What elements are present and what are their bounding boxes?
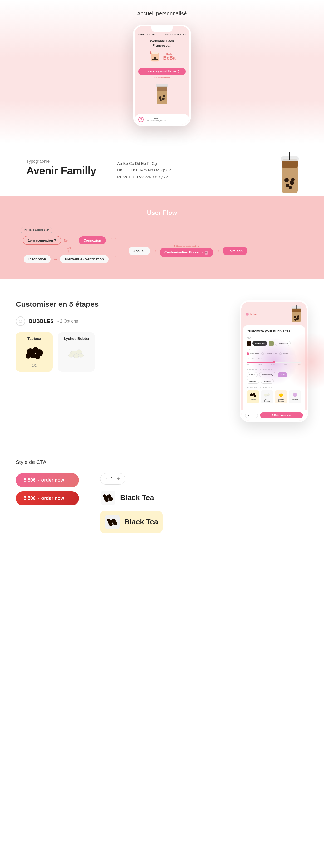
- svg-point-37: [246, 313, 249, 316]
- phone2-cow-milk[interactable]: Cow Milk: [247, 352, 259, 355]
- location-icon: ⏱: [138, 117, 144, 122]
- phone2-sugar-section: SUGAR LEVEL 0% 25% 50% 75% 100%: [247, 358, 301, 366]
- phone-status-bar: 10:00 AM - 11 PM FASTER DELIVERY !: [135, 32, 189, 36]
- cta-qty-row: - 1 +: [100, 473, 163, 485]
- svg-point-22: [291, 178, 295, 182]
- tea-label-1: Black Tea: [120, 494, 154, 502]
- free-delivery-text: Free delivery today !: [138, 76, 186, 79]
- flow-arrow-4: →: [216, 248, 220, 253]
- svg-point-60: [105, 498, 109, 502]
- svg-point-48: [249, 343, 250, 344]
- svg-point-44: [294, 319, 297, 321]
- lychee-mini: [263, 392, 271, 398]
- cta-btn2-price: 5.50€: [24, 496, 36, 501]
- customize-button[interactable]: Customize your Bubble Tea :-): [138, 68, 186, 75]
- flow-left-col: 1ère connexion ? Non → Connexion ⌒ Oui ↓…: [21, 236, 118, 263]
- svg-point-11: [159, 96, 161, 99]
- cta-btn2-separator: -: [38, 496, 39, 501]
- phone2-flavour-mango[interactable]: Mango: [247, 379, 259, 384]
- phone2-milk-label: MILK: [247, 348, 301, 351]
- phone2-logo-text: boba: [250, 313, 257, 316]
- tea-label-2: Black Tea: [124, 518, 158, 526]
- svg-point-14: [163, 95, 165, 97]
- floating-drink: [277, 151, 303, 198]
- step-label: BUBBLES: [29, 319, 54, 324]
- phone2-header: boba: [241, 302, 307, 326]
- phone-delivery-status: FASTER DELIVERY !: [165, 33, 186, 36]
- inscription-row: Inscription → Bienvenue / Vérification ⌒: [24, 255, 118, 263]
- phone2-black-tea[interactable]: Black Tea: [252, 341, 267, 345]
- phone2-bottom-bar: - 1 + 5.50€ - order now: [241, 410, 307, 421]
- svg-point-35: [69, 354, 74, 358]
- phone2-bubble-mango[interactable]: Mango Bobba: [275, 390, 287, 403]
- tapioca-illustration: [23, 343, 46, 361]
- bubble-cards: Tapioca 1/2 Lychee Bobba: [16, 332, 224, 372]
- section-userflow: User Flow INSTALLATION APP 1ère connexio…: [0, 196, 324, 279]
- svg-point-13: [159, 99, 162, 101]
- tea-item-1: Black Tea: [100, 490, 163, 506]
- svg-point-12: [162, 98, 165, 100]
- phone2-slider-fill: [247, 362, 274, 363]
- phone2-bubble-lychee[interactable]: Lychee Bobba: [260, 390, 273, 403]
- svg-point-5: [156, 58, 158, 60]
- flow-top-row: INSTALLATION APP: [21, 227, 308, 233]
- boba-logo-area: little BoBa: [138, 50, 186, 63]
- svg-point-3: [153, 57, 156, 60]
- phone2-milk-options: Cow Milk Almond Milk None: [247, 352, 301, 355]
- phone2-slider[interactable]: [247, 362, 301, 363]
- bubble-card-tapioca: Tapioca 1/2: [16, 332, 53, 372]
- boba-drink-float: [277, 151, 303, 200]
- svg-point-42: [294, 316, 296, 318]
- phone2-flavour-none[interactable]: None: [247, 372, 258, 377]
- phone2-order-button[interactable]: 5.50€ - order now: [260, 412, 303, 418]
- phone2-almond-milk[interactable]: Almond Milk: [261, 352, 277, 355]
- typo-family: Avenir Familly: [26, 165, 96, 177]
- phone2-slider-thumb: [273, 361, 275, 364]
- customisation-steps-label: 5 étapes de customisation: [159, 245, 213, 247]
- phone2-bubble-bobba[interactable]: Bobba: [289, 390, 301, 403]
- section-typographie: Typographie Avenir Familly Aa Bb Cc Dd E…: [0, 143, 324, 196]
- svg-point-55: [293, 393, 297, 397]
- phone2-sugar-label: SUGAR LEVEL: [247, 358, 301, 360]
- flow-curve-2: ⌒: [113, 255, 118, 263]
- flow-install-box: INSTALLATION APP: [21, 227, 52, 233]
- typo-alphabet: Aa Bb Cc Dd Ee Ff Gg Hh Ii Jj Kk Ll Mm N…: [117, 160, 172, 180]
- phone2-flavour-options: None Strawberry Taro Mango Matcha: [247, 372, 301, 384]
- phone2-bubble-tapioca[interactable]: Tapioca: [247, 390, 259, 403]
- userflow-title: User Flow: [16, 209, 308, 217]
- mango-mini: [277, 392, 285, 398]
- cta-qty-minus[interactable]: -: [106, 476, 107, 482]
- phone-notch: [151, 26, 173, 32]
- cta-qty-plus[interactable]: +: [117, 476, 120, 482]
- inscription-box: Inscription: [24, 255, 50, 263]
- phone2-milk-section: MILK Cow Milk Almond Milk None: [247, 348, 301, 355]
- main-flow-right: Accueil → 5 étapes de customisation Cust…: [129, 239, 308, 263]
- step-circle: [16, 316, 25, 326]
- svg-point-53: [267, 394, 270, 396]
- phone2-flavour-section: FLAVOUR - 2 Options None Strawberry Taro…: [247, 368, 301, 384]
- phone2-flavour-strawberry[interactable]: Strawberry: [259, 372, 276, 377]
- boba-cup-icon: [148, 50, 161, 63]
- svg-point-43: [296, 317, 299, 320]
- phone2-none-milk[interactable]: None: [279, 352, 288, 355]
- phone2-qty-plus[interactable]: +: [253, 414, 255, 417]
- section-customiser: Customiser en 5 étapes BUBBLES - 2 Optio…: [0, 279, 324, 443]
- accueil-box: Accueil: [129, 247, 150, 255]
- cta-button-1[interactable]: 5.50€ - order now: [16, 473, 79, 487]
- cta-btn1-separator: -: [38, 478, 39, 483]
- livraison-box: Livraison: [223, 247, 247, 255]
- cta-button-2[interactable]: 5.50€ - order now: [16, 491, 79, 505]
- connexion-box: Connexion: [79, 236, 106, 245]
- svg-point-46: [247, 342, 251, 345]
- phone2-flavour-matcha[interactable]: Matcha: [261, 379, 274, 384]
- tea-img-1: [100, 490, 116, 506]
- connexion-check-row: 1ère connexion ? Non → Connexion ⌒: [23, 236, 116, 245]
- section-cta: Style de CTA 5.50€ - order now 5.50€ - o…: [0, 443, 324, 554]
- svg-point-23: [289, 186, 292, 189]
- phone2-green-tea[interactable]: Green Tea: [275, 341, 291, 346]
- phone2-flavour-taro[interactable]: Taro: [278, 372, 287, 377]
- tapioca-mini: [249, 392, 257, 398]
- phone2-qty-minus[interactable]: -: [248, 414, 249, 417]
- flow-non-label: Non: [64, 239, 69, 242]
- customiser-right: boba Customize your bubble tea: [240, 300, 308, 422]
